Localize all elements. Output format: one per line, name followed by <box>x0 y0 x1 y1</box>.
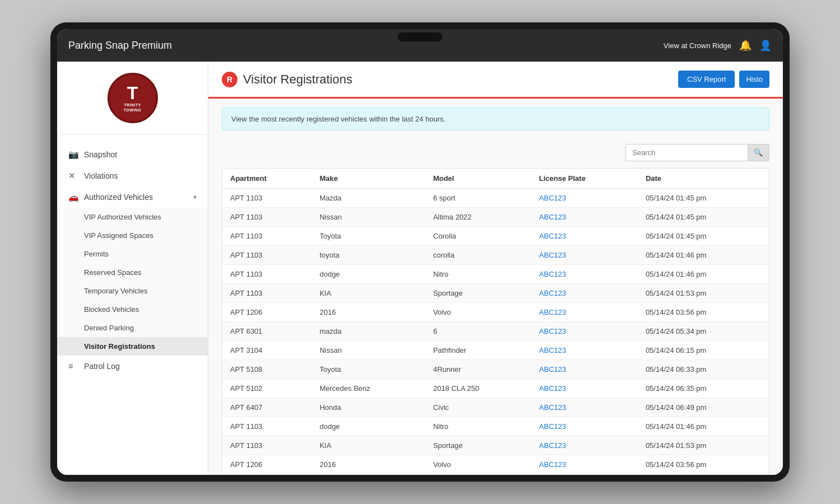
table-row: APT 6407 Honda Civic ABC123 05/14/24 06:… <box>222 398 769 417</box>
license-plate-link[interactable]: ABC123 <box>539 251 566 259</box>
cell-date: 05/14/24 06:35 pm <box>638 379 769 398</box>
license-plate-link[interactable]: ABC123 <box>539 194 566 202</box>
cell-model: Civic <box>425 398 531 417</box>
view-location-link[interactable]: View at Crown Ridge <box>664 41 731 50</box>
table-row: APT 6301 mazda 6 ABC123 05/14/24 05:34 p… <box>222 474 769 475</box>
license-plate-link[interactable]: ABC123 <box>539 346 566 354</box>
submenu-permits[interactable]: Permits <box>57 245 208 263</box>
violations-icon: ✕ <box>68 171 78 181</box>
user-account-icon[interactable]: 👤 <box>759 39 772 52</box>
cell-make: dodge <box>312 417 426 436</box>
cell-license: ABC123 <box>531 398 638 417</box>
sidebar-item-violations[interactable]: ✕ Violations <box>57 165 208 186</box>
license-plate-link[interactable]: ABC123 <box>539 460 566 469</box>
screen: Parking Snap Premium View at Crown Ridge… <box>57 29 783 475</box>
cell-model: Sportage <box>425 284 531 303</box>
submenu-denied-parking[interactable]: Denied Parking <box>57 319 208 337</box>
cell-license: ABC123 <box>531 284 638 303</box>
device-frame: Parking Snap Premium View at Crown Ridge… <box>50 22 790 482</box>
search-input[interactable] <box>625 144 748 161</box>
license-plate-link[interactable]: ABC123 <box>539 213 566 221</box>
table-row: APT 1103 KIA Sportage ABC123 05/14/24 01… <box>222 284 769 303</box>
submenu-temporary-vehicles[interactable]: Temporary Vehicles <box>57 282 208 300</box>
table-row: APT 5108 Toyota 4Runner ABC123 05/14/24 … <box>222 360 769 379</box>
cell-make: dodge <box>312 265 426 284</box>
cell-make: Honda <box>312 398 426 417</box>
submenu-visitor-registrations[interactable]: Visitor Registrations <box>57 337 208 356</box>
cell-date: 05/14/24 01:53 pm <box>638 284 769 303</box>
histo-button[interactable]: Histo <box>739 71 769 88</box>
sidebar-item-snapshot[interactable]: 📷 Snapshot <box>57 144 208 165</box>
table-row: APT 1103 Mazda 6 sport ABC123 05/14/24 0… <box>222 189 769 208</box>
cell-make: 2016 <box>312 455 426 474</box>
page-title: Visitor Registrations <box>243 72 352 87</box>
cell-apartment: APT 5108 <box>222 360 312 379</box>
logo-circle: T TRINITY TOWING <box>108 73 158 123</box>
search-button[interactable]: 🔍 <box>748 144 769 161</box>
col-model: Model <box>425 169 531 189</box>
sidebar-item-patrol-log[interactable]: ≡ Patrol Log <box>57 356 208 376</box>
cell-license: ABC123 <box>531 227 638 246</box>
license-plate-link[interactable]: ABC123 <box>539 270 566 278</box>
cell-date: 05/14/24 01:45 pm <box>638 227 769 246</box>
main-content: R Visitor Registrations CSV Report Histo… <box>208 62 783 475</box>
violations-label: Violations <box>84 171 197 180</box>
cell-model: 2018 CLA 250 <box>425 379 531 398</box>
patrol-log-label: Patrol Log <box>84 362 197 371</box>
logo-line1: TRINITY <box>124 103 142 107</box>
cell-model: Volvo <box>425 455 531 474</box>
cell-model: corolla <box>425 246 531 265</box>
cell-date: 05/14/24 01:46 pm <box>638 417 769 436</box>
page-title-icon: R <box>222 72 237 87</box>
cell-model: Nitro <box>425 265 531 284</box>
cell-date: 05/14/24 06:15 pm <box>638 341 769 360</box>
table-row: APT 1206 2016 Volvo ABC123 05/14/24 03:5… <box>222 455 769 474</box>
submenu-blocked-vehicles[interactable]: Blocked Vehicles <box>57 300 208 319</box>
cell-model: Pathfinder <box>425 341 531 360</box>
cell-license: ABC123 <box>531 208 638 227</box>
license-plate-link[interactable]: ABC123 <box>539 365 566 374</box>
sidebar-item-authorized-vehicles[interactable]: 🚗 Authorized Vehicles ▾ <box>57 186 208 208</box>
license-plate-link[interactable]: ABC123 <box>539 327 566 335</box>
cell-date: 05/14/24 01:46 pm <box>638 246 769 265</box>
license-plate-link[interactable]: ABC123 <box>539 422 566 431</box>
cell-date: 05/14/24 01:45 pm <box>638 208 769 227</box>
csv-report-button[interactable]: CSV Report <box>678 71 735 88</box>
license-plate-link[interactable]: ABC123 <box>539 384 566 393</box>
table-row: APT 1103 KIA Sportage ABC123 05/14/24 01… <box>222 436 769 455</box>
cell-date: 05/14/24 06:49 pm <box>638 398 769 417</box>
submenu-reserved-spaces[interactable]: Reserved Spaces <box>57 263 208 282</box>
page-title-row: R Visitor Registrations <box>222 72 352 87</box>
license-plate-link[interactable]: ABC123 <box>539 441 566 450</box>
license-plate-link[interactable]: ABC123 <box>539 403 566 412</box>
cell-apartment: APT 1206 <box>222 303 312 322</box>
snapshot-label: Snapshot <box>84 150 197 159</box>
cell-model: Sportage <box>425 436 531 455</box>
table-row: APT 1206 2016 Volvo ABC123 05/14/24 03:5… <box>222 303 769 322</box>
sidebar-nav: 📷 Snapshot ✕ Violations 🚗 Authorized Veh… <box>57 135 208 475</box>
license-plate-link[interactable]: ABC123 <box>539 308 566 316</box>
header-right: View at Crown Ridge 🔔 👤 <box>664 39 772 52</box>
submenu-vip-assigned[interactable]: VIP Assigned Spaces <box>57 226 208 245</box>
authorized-vehicles-label: Authorized Vehicles <box>84 193 188 202</box>
cell-make: Toyota <box>312 360 426 379</box>
cell-model: Altima 2022 <box>425 208 531 227</box>
cell-apartment: APT 1103 <box>222 246 312 265</box>
cell-model: 6 <box>425 474 531 475</box>
cell-model: Volvo <box>425 303 531 322</box>
license-plate-link[interactable]: ABC123 <box>539 289 566 297</box>
info-banner: View the most recently registered vehicl… <box>222 108 769 130</box>
notification-icon[interactable]: 🔔 <box>739 39 752 52</box>
table-row: APT 3104 Nissan Pathfinder ABC123 05/14/… <box>222 341 769 360</box>
col-date: Date <box>638 169 769 189</box>
table-row: APT 1103 Nissan Altima 2022 ABC123 05/14… <box>222 208 769 227</box>
cell-license: ABC123 <box>531 360 638 379</box>
cell-license: ABC123 <box>531 189 638 208</box>
sidebar-logo: T TRINITY TOWING <box>57 62 208 135</box>
logo-line2: TOWING <box>124 108 142 112</box>
cell-apartment: APT 1103 <box>222 208 312 227</box>
cell-apartment: APT 1103 <box>222 436 312 455</box>
license-plate-link[interactable]: ABC123 <box>539 232 566 240</box>
submenu-vip-authorized[interactable]: VIP Authorized Vehicles <box>57 208 208 226</box>
cell-make: 2016 <box>312 303 426 322</box>
